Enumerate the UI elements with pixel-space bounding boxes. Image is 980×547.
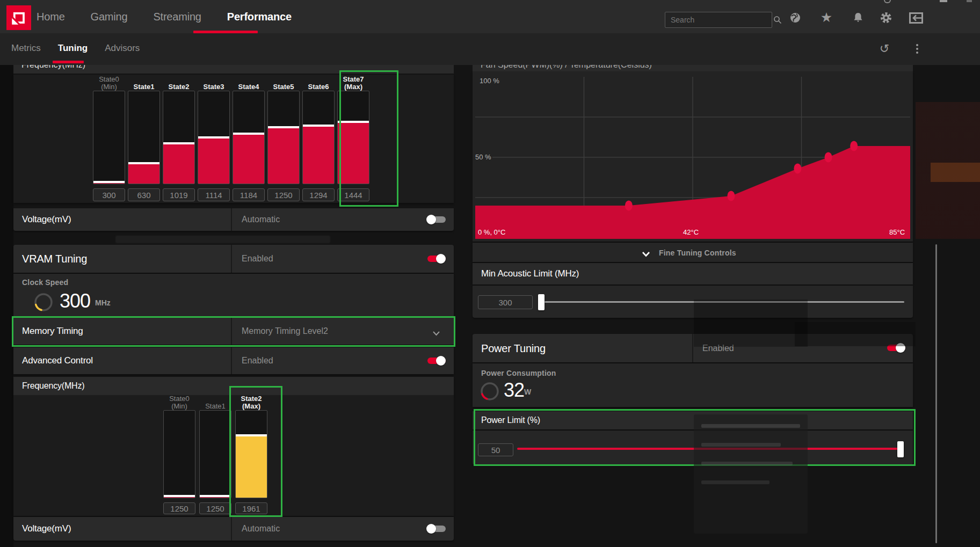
- state-value-state3[interactable]: 1114: [198, 188, 230, 201]
- state-bar-fill[interactable]: [303, 125, 334, 184]
- gpu-voltage-row: Voltage(mV) Automatic: [13, 208, 454, 231]
- advanced-control-value: Enabled: [242, 356, 273, 366]
- vram-frequency-header: Frequency(MHz): [22, 381, 84, 391]
- star-icon[interactable]: ★: [820, 10, 833, 25]
- state-bar-state3[interactable]: [198, 91, 230, 184]
- power-tuning-title: Power Tuning: [481, 342, 546, 354]
- min-acoustic-limit-label: Min Acoustic Limit (MHz): [481, 268, 579, 279]
- state-bar-fill[interactable]: [93, 181, 125, 184]
- advanced-control-toggle[interactable]: [426, 356, 446, 366]
- power-consumption-block: Power Consumption 32 W: [473, 363, 913, 407]
- gpu-frequency-chart: State0(Min)300State1630State21019State31…: [13, 75, 454, 203]
- state-value-state2[interactable]: 1961: [235, 502, 267, 514]
- vram-enable-toggle[interactable]: [426, 254, 446, 264]
- subnav-tab-metrics[interactable]: Metrics: [11, 43, 41, 54]
- amd-logo[interactable]: [6, 5, 31, 30]
- kebab-menu-icon[interactable]: [912, 41, 923, 56]
- gear-icon[interactable]: [879, 11, 893, 25]
- fan-header-text: Fan Speed(PWM)(%) / Temperature(Celsius): [473, 65, 913, 70]
- power-limit-row: Power Limit (%): [473, 411, 913, 429]
- vram-voltage-row: Voltage(mV) Automatic: [13, 517, 454, 541]
- acoustic-slider-handle[interactable]: [538, 294, 545, 310]
- power-enable-toggle[interactable]: [886, 343, 905, 353]
- state-bar-state4[interactable]: [233, 91, 265, 184]
- state-bar-fill[interactable]: [164, 495, 195, 498]
- state-value-state0[interactable]: 1250: [163, 502, 195, 514]
- state-value-state4[interactable]: 1184: [233, 188, 265, 201]
- reset-icon[interactable]: ↺: [877, 41, 891, 56]
- state-bar-fill[interactable]: [268, 126, 299, 184]
- memory-timing-label: Memory Timing: [22, 326, 83, 337]
- vram-frequency-header-row: Frequency(MHz): [13, 377, 454, 395]
- y-axis-50-label: 50 %: [474, 153, 492, 161]
- nav-item-performance[interactable]: Performance: [227, 11, 292, 23]
- vram-clock-speed-block: Clock Speed 300 MHz: [13, 274, 454, 317]
- state-value-state1[interactable]: 630: [128, 188, 160, 201]
- cropped-minimize-icon: [940, 0, 947, 2]
- power-limit-slider-handle[interactable]: [897, 441, 904, 457]
- search-input[interactable]: [665, 16, 773, 24]
- state-value-state2[interactable]: 1019: [163, 188, 195, 201]
- active-subnav-underline: [53, 61, 84, 63]
- state-bar-fill[interactable]: [200, 495, 231, 498]
- power-consumption-gauge: [479, 381, 500, 404]
- power-limit-slider-track[interactable]: [517, 448, 900, 450]
- search-icon[interactable]: [773, 16, 782, 24]
- state-bar-fill[interactable]: [233, 133, 264, 184]
- vram-voltage-value: Automatic: [242, 524, 280, 534]
- chevron-down-icon[interactable]: [642, 250, 650, 259]
- fine-tuning-controls-row[interactable]: Fine Tuning Controls: [473, 243, 913, 262]
- state-bar-fill[interactable]: [163, 142, 194, 184]
- gpu-voltage-value: Automatic: [242, 215, 280, 224]
- state-value-state7[interactable]: 1444: [337, 188, 369, 201]
- gpu-voltage-label: Voltage(mV): [22, 214, 71, 225]
- subnav-tab-tuning[interactable]: Tuning: [58, 43, 88, 54]
- state-bar-fill[interactable]: [198, 136, 229, 184]
- state-bar-state1[interactable]: [128, 91, 160, 184]
- x-axis-max-label: 85°C: [889, 228, 905, 236]
- power-limit-value-box[interactable]: 50: [478, 443, 513, 456]
- acoustic-slider-track[interactable]: [545, 301, 904, 303]
- search-box[interactable]: [665, 12, 772, 28]
- fan-curve-svg[interactable]: [473, 71, 913, 242]
- vertical-scrollbar[interactable]: [935, 244, 937, 543]
- state-bar-state5[interactable]: [267, 91, 300, 184]
- state-bar-state0[interactable]: [163, 410, 195, 498]
- state-value-state1[interactable]: 1250: [199, 502, 231, 514]
- performance-subnav: MetricsTuningAdvisors ↺: [0, 33, 980, 65]
- divider: [231, 347, 232, 374]
- state-value-state0[interactable]: 300: [93, 188, 125, 201]
- power-limit-slider-row: 50: [473, 431, 913, 465]
- clock-speed-label: Clock Speed: [22, 278, 68, 287]
- nav-item-home[interactable]: Home: [37, 11, 65, 23]
- bell-icon[interactable]: [852, 11, 865, 25]
- state-bar-state0[interactable]: [93, 91, 125, 184]
- subnav-tab-advisors[interactable]: Advisors: [105, 43, 140, 54]
- state-bar-state1[interactable]: [199, 410, 231, 498]
- advanced-control-row: Advanced Control Enabled: [13, 347, 454, 374]
- state-value-state5[interactable]: 1250: [267, 188, 300, 201]
- divider: [231, 208, 232, 231]
- state-bar-state2[interactable]: [163, 91, 195, 184]
- collapse-panel-icon[interactable]: [909, 11, 924, 24]
- state-bar-state2[interactable]: [235, 410, 267, 498]
- memory-timing-row[interactable]: Memory Timing Memory Timing Level2: [13, 318, 454, 345]
- memory-timing-value: Memory Timing Level2: [242, 326, 328, 336]
- gpu-voltage-toggle[interactable]: [426, 215, 446, 224]
- state-bar-fill[interactable]: [236, 434, 267, 498]
- state-bar-fill[interactable]: [338, 121, 369, 184]
- state-bar-fill[interactable]: [128, 162, 159, 184]
- acoustic-value-box[interactable]: 300: [478, 295, 533, 309]
- vram-voltage-toggle[interactable]: [426, 524, 446, 534]
- state-bar-state7[interactable]: [337, 91, 369, 184]
- nav-item-streaming[interactable]: Streaming: [153, 11, 201, 23]
- nav-item-gaming[interactable]: Gaming: [91, 11, 128, 23]
- globe-icon[interactable]: [788, 12, 802, 24]
- x-axis-origin-label: 0 %, 0°C: [478, 228, 505, 236]
- ghost-artifact: [931, 163, 980, 182]
- chevron-down-icon[interactable]: [432, 329, 440, 338]
- state-value-state6[interactable]: 1294: [302, 188, 335, 201]
- state-bar-state6[interactable]: [302, 91, 335, 184]
- vram-tuning-row: VRAM Tuning Enabled: [13, 245, 454, 273]
- divider: [231, 517, 232, 541]
